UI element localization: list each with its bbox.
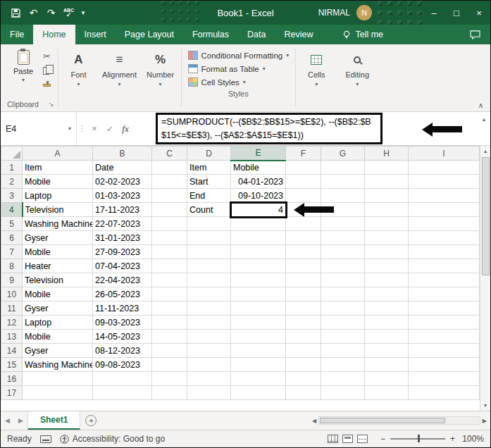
tab-file[interactable]: File bbox=[1, 25, 33, 44]
row-header-12[interactable]: 12 bbox=[1, 316, 23, 330]
grid-cell-F8[interactable] bbox=[286, 259, 321, 273]
grid-cell-F10[interactable] bbox=[286, 287, 321, 301]
grid-cell-D5[interactable] bbox=[187, 217, 231, 231]
number-group-button[interactable]: % Number ▾ bbox=[140, 46, 181, 111]
grid-cell-E13[interactable] bbox=[231, 330, 286, 344]
formula-bar-expand-icon[interactable]: ▴ bbox=[478, 112, 490, 145]
grid-cell-H3[interactable] bbox=[365, 189, 409, 203]
grid-cell-D13[interactable] bbox=[187, 330, 231, 344]
undo-button[interactable]: ↶ bbox=[25, 4, 42, 21]
minimize-button[interactable]: – bbox=[423, 1, 445, 25]
grid-cell-A4[interactable]: Television bbox=[23, 203, 93, 217]
accessibility-status[interactable]: Accessibility: Good to go bbox=[60, 434, 165, 444]
grid-cell-B9[interactable]: 22-04-2023 bbox=[93, 273, 152, 287]
zoom-out-button[interactable]: − bbox=[380, 434, 385, 444]
grid-cell-C10[interactable] bbox=[152, 287, 187, 301]
grid-cell-H16[interactable] bbox=[365, 372, 409, 386]
grid-cell-D3[interactable]: End bbox=[187, 189, 231, 203]
grid-cell-E8[interactable] bbox=[231, 259, 286, 273]
grid-cell-G13[interactable] bbox=[321, 330, 365, 344]
grid-cell-B5[interactable]: 22-07-2023 bbox=[93, 217, 152, 231]
grid-cell-H13[interactable] bbox=[365, 330, 409, 344]
grid-cell-B10[interactable]: 26-05-2023 bbox=[93, 287, 152, 301]
grid-cell-H1[interactable] bbox=[365, 161, 409, 175]
copy-button[interactable] bbox=[43, 66, 51, 75]
column-header-D[interactable]: D bbox=[187, 147, 231, 161]
grid-cell-C13[interactable] bbox=[152, 330, 187, 344]
grid-cell-D6[interactable] bbox=[187, 231, 231, 245]
cells-group-button[interactable]: Cells ▾ bbox=[296, 46, 337, 111]
grid-cell-A15[interactable]: Washing Machine bbox=[23, 358, 93, 372]
tab-home[interactable]: Home bbox=[33, 25, 75, 44]
grid-cell-I6[interactable] bbox=[409, 231, 480, 245]
grid-cell-G10[interactable] bbox=[321, 287, 365, 301]
column-header-F[interactable]: F bbox=[286, 147, 321, 161]
clipboard-dialog-launcher-icon[interactable]: ↘ bbox=[49, 101, 54, 108]
font-group-button[interactable]: A Font ▾ bbox=[58, 46, 99, 111]
grid-cell-H17[interactable] bbox=[365, 386, 409, 400]
grid-cell-D9[interactable] bbox=[187, 273, 231, 287]
row-header-6[interactable]: 6 bbox=[1, 231, 23, 245]
grid-cell-I7[interactable] bbox=[409, 245, 480, 259]
grid-cell-C14[interactable] bbox=[152, 344, 187, 358]
grid-cell-F3[interactable] bbox=[286, 189, 321, 203]
grid-cell-G7[interactable] bbox=[321, 245, 365, 259]
grid-cell-C15[interactable] bbox=[152, 358, 187, 372]
grid-cell-G15[interactable] bbox=[321, 358, 365, 372]
grid-cell-I14[interactable] bbox=[409, 344, 480, 358]
vertical-scrollbar[interactable]: ▲ ▼ bbox=[480, 146, 490, 411]
cell-styles-button[interactable]: Cell Styles ▾ bbox=[185, 77, 292, 87]
user-name[interactable]: NIRMAL bbox=[318, 8, 350, 18]
grid-cell-B2[interactable]: 02-02-2023 bbox=[93, 175, 152, 189]
grid-cell-A6[interactable]: Gyser bbox=[23, 231, 93, 245]
grid-cell-F2[interactable] bbox=[286, 175, 321, 189]
grid-cell-F11[interactable] bbox=[286, 301, 321, 316]
grid-cell-D10[interactable] bbox=[187, 287, 231, 301]
enter-button[interactable]: ✓ bbox=[103, 124, 117, 134]
row-header-2[interactable]: 2 bbox=[1, 175, 23, 189]
row-header-9[interactable]: 9 bbox=[1, 273, 23, 287]
grid-cell-G3[interactable] bbox=[321, 189, 365, 203]
macro-record-icon[interactable] bbox=[40, 435, 51, 443]
grid-cell-B15[interactable]: 09-08-2023 bbox=[93, 358, 152, 372]
comments-icon[interactable] bbox=[470, 25, 480, 44]
grid-cell-F16[interactable] bbox=[286, 372, 321, 386]
grid-cell-I12[interactable] bbox=[409, 316, 480, 330]
grid-cell-H14[interactable] bbox=[365, 344, 409, 358]
grid-cell-G6[interactable] bbox=[321, 231, 365, 245]
grid-cell-I13[interactable] bbox=[409, 330, 480, 344]
grid-cell-C4[interactable] bbox=[152, 203, 187, 217]
grid-cell-B7[interactable]: 27-09-2023 bbox=[93, 245, 152, 259]
grid-cell-G12[interactable] bbox=[321, 316, 365, 330]
tab-insert[interactable]: Insert bbox=[75, 25, 116, 44]
grid-cell-A2[interactable]: Mobile bbox=[23, 175, 93, 189]
grid-cell-I3[interactable] bbox=[409, 189, 480, 203]
grid-cell-E4[interactable]: 4 bbox=[231, 203, 286, 217]
normal-view-button[interactable] bbox=[328, 435, 338, 443]
close-button[interactable]: × bbox=[468, 1, 490, 25]
grid-cell-H8[interactable] bbox=[365, 259, 409, 273]
horizontal-scroll-thumb[interactable] bbox=[320, 418, 445, 423]
grid-cell-H5[interactable] bbox=[365, 217, 409, 231]
grid-cell-C7[interactable] bbox=[152, 245, 187, 259]
grid-cell-H10[interactable] bbox=[365, 287, 409, 301]
row-header-7[interactable]: 7 bbox=[1, 245, 23, 259]
grid-cell-H2[interactable] bbox=[365, 175, 409, 189]
alignment-group-button[interactable]: ≡ Alignment ▾ bbox=[99, 46, 140, 111]
tab-review[interactable]: Review bbox=[275, 25, 322, 44]
grid-cell-B8[interactable]: 07-04-2023 bbox=[93, 259, 152, 273]
grid-cell-D2[interactable]: Start bbox=[187, 175, 231, 189]
column-header-E[interactable]: E bbox=[231, 147, 286, 161]
maximize-button[interactable]: □ bbox=[445, 1, 468, 25]
vertical-scroll-thumb[interactable] bbox=[482, 157, 490, 275]
grid-cell-F13[interactable] bbox=[286, 330, 321, 344]
row-header-8[interactable]: 8 bbox=[1, 259, 23, 273]
grid-cell-G11[interactable] bbox=[321, 301, 365, 316]
grid-cell-E12[interactable] bbox=[231, 316, 286, 330]
grid-cell-A11[interactable]: Gyser bbox=[23, 301, 93, 316]
select-all-corner[interactable] bbox=[1, 147, 23, 161]
zoom-level[interactable]: 100% bbox=[460, 434, 484, 444]
grid-cell-I8[interactable] bbox=[409, 259, 480, 273]
editing-group-button[interactable]: Editing ▾ bbox=[337, 46, 378, 111]
page-layout-view-button[interactable] bbox=[342, 435, 353, 443]
